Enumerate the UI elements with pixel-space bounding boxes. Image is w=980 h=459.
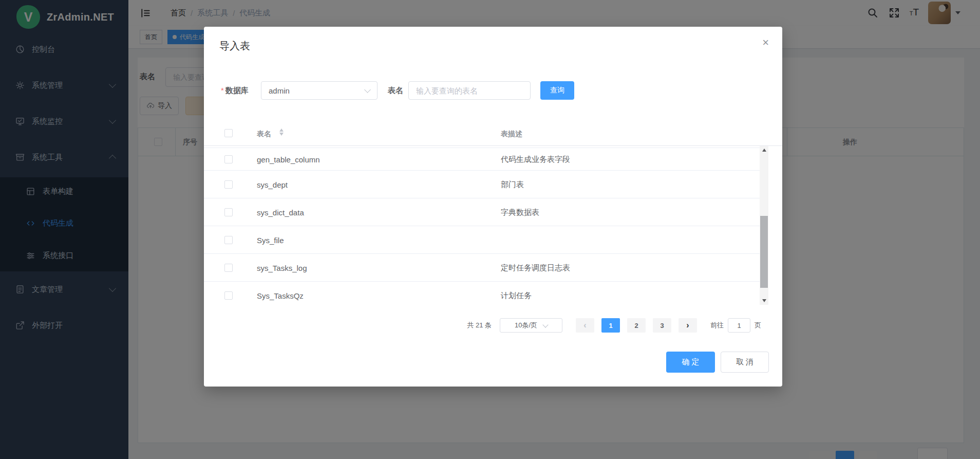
database-select-value: admin xyxy=(269,86,290,95)
column-header-name: 表名 xyxy=(257,122,271,145)
page-button-3[interactable]: 3 xyxy=(653,318,671,333)
page-size-value: 10条/页 xyxy=(515,321,537,330)
page-size-select[interactable]: 10条/页 xyxy=(500,318,562,333)
app-window: V ZrAdmin.NET 控制台 系统管理 系统监控 系统工具 表单构建 xyxy=(0,0,980,459)
row-table-description: 部门表 xyxy=(501,179,524,189)
row-table-name: Sys_TasksQz xyxy=(257,291,304,300)
cancel-button[interactable]: 取 消 xyxy=(721,352,769,373)
table-row[interactable]: sys_dept 部门表 xyxy=(204,171,760,198)
row-checkbox[interactable] xyxy=(224,208,233,216)
row-checkbox[interactable] xyxy=(224,155,233,163)
import-table-dialog: 导入表 × *数据库 admin 表名 查询 表名 表描述 gen_table_… xyxy=(204,27,782,387)
page-button-2[interactable]: 2 xyxy=(627,318,646,333)
dialog-filter-form: *数据库 admin 表名 查询 xyxy=(204,81,782,100)
row-table-name: sys_Tasks_log xyxy=(257,263,307,272)
table-row[interactable]: sys_dict_data 字典数据表 xyxy=(204,198,760,226)
scrollbar-thumb[interactable] xyxy=(760,216,768,288)
row-table-description: 字典数据表 xyxy=(501,207,539,217)
prev-page-button[interactable]: ‹ xyxy=(576,318,594,333)
page-button-1[interactable]: 1 xyxy=(601,318,620,333)
row-table-name: gen_table_column xyxy=(257,155,320,163)
close-icon[interactable]: × xyxy=(762,37,769,48)
chevron-down-icon xyxy=(542,322,548,327)
row-table-description: 定时任务调度日志表 xyxy=(501,263,570,272)
dialog-table-header: 表名 表描述 xyxy=(204,122,782,146)
database-select[interactable]: admin xyxy=(261,81,378,100)
goto-page-input[interactable] xyxy=(728,318,750,333)
table-name-input[interactable] xyxy=(408,81,531,100)
database-label: *数据库 xyxy=(221,81,249,100)
table-row[interactable]: Sys_TasksQz 计划任务 xyxy=(204,282,760,305)
row-table-description: 计划任务 xyxy=(501,290,532,300)
goto-suffix: 页 xyxy=(755,321,761,330)
row-checkbox[interactable] xyxy=(224,291,233,300)
table-row[interactable]: gen_table_column 代码生成业务表字段 xyxy=(204,148,760,171)
sort-carets-icon[interactable] xyxy=(279,128,284,136)
row-checkbox[interactable] xyxy=(224,264,233,272)
select-all-checkbox[interactable] xyxy=(224,129,233,137)
required-mark: * xyxy=(221,86,224,95)
row-checkbox[interactable] xyxy=(224,236,233,244)
query-button[interactable]: 查询 xyxy=(540,81,574,100)
row-table-name: sys_dept xyxy=(257,180,288,189)
table-row[interactable]: sys_Tasks_log 定时任务调度日志表 xyxy=(204,254,760,282)
scrollbar[interactable] xyxy=(760,146,768,305)
next-page-button[interactable]: › xyxy=(679,318,697,333)
scroll-down-icon[interactable] xyxy=(760,297,768,305)
row-checkbox[interactable] xyxy=(224,180,233,189)
confirm-button[interactable]: 确 定 xyxy=(666,352,715,373)
table-name-label: 表名 xyxy=(388,81,403,100)
row-table-name: Sys_file xyxy=(257,235,284,244)
dialog-pagination: 共 21 条 10条/页 ‹ 1 2 3 › 前往 页 xyxy=(204,318,761,333)
goto-label: 前往 xyxy=(710,321,724,330)
table-row[interactable]: Sys_file xyxy=(204,226,760,254)
pagination-total: 共 21 条 xyxy=(467,321,492,330)
row-table-description: 代码生成业务表字段 xyxy=(501,154,570,164)
scroll-up-icon[interactable] xyxy=(760,146,768,154)
dialog-table-body: gen_table_column 代码生成业务表字段 sys_dept 部门表 … xyxy=(204,146,760,305)
chevron-down-icon xyxy=(364,86,371,93)
row-table-name: sys_dict_data xyxy=(257,208,304,216)
dialog-footer: 确 定 取 消 xyxy=(666,352,769,373)
dialog-title: 导入表 xyxy=(219,39,250,53)
column-header-description: 表描述 xyxy=(501,122,522,145)
